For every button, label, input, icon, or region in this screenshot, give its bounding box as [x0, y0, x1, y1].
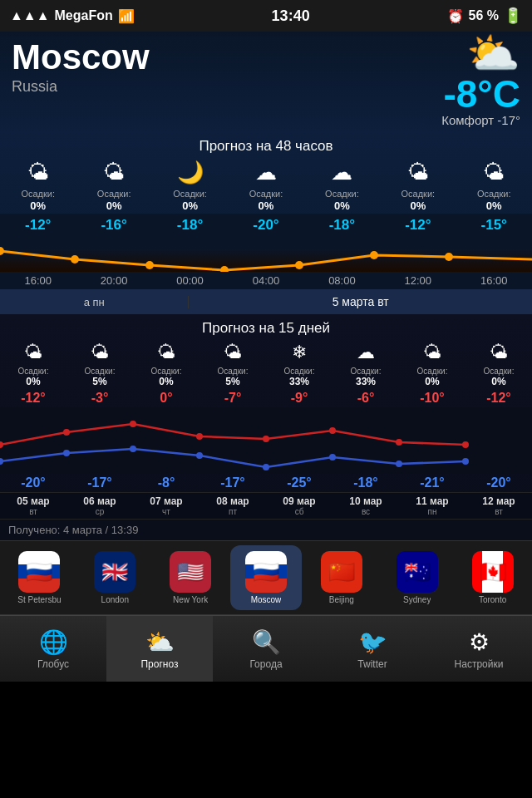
day-weather-icon: 🌤 [91, 342, 109, 362]
hour-weather-icon: ☁ [331, 160, 352, 185]
temp-chart-48: -12°-16°-18°-20°-18°-12°-15° [0, 214, 532, 272]
date-num: 09 мар [266, 495, 332, 507]
nav-item-twitter[interactable]: 🐦 Twitter [319, 616, 426, 682]
hour-precip-cell: Осадки: 0% [304, 187, 380, 214]
day-high-temp: -12° [486, 391, 511, 405]
date-day: вт [0, 507, 66, 516]
hour-weather-icon: 🌤 [407, 160, 429, 185]
date-day: пн [399, 507, 466, 516]
temp-label-48: -12° [0, 217, 76, 234]
day-high-temp: -3° [91, 391, 109, 405]
precip-label: Осадки: [0, 189, 76, 200]
hour-precip-cell: Осадки: 0% [456, 187, 532, 214]
status-left: ▲▲▲ MegaFon 📶 [10, 8, 135, 24]
time-cell: 00:00 [152, 272, 228, 289]
date-cell: 05 мар вт [0, 493, 66, 519]
city-tab-label: Beijing [329, 595, 354, 604]
nav-label: Глобус [37, 658, 69, 670]
day-precip-label: Осадки: [200, 367, 265, 376]
hour-precip-cell: Осадки: 0% [380, 187, 456, 214]
hour-weather-icon: 🌤 [27, 160, 49, 185]
nav-item-глобус[interactable]: 🌐 Глобус [0, 616, 106, 682]
city-tab-st-petersbu[interactable]: 🇷🇺 St Petersbu [3, 545, 76, 610]
city-tab-toronto[interactable]: 🇨🇦 Toronto [456, 545, 529, 610]
hour-weather-icon: 🌙 [177, 160, 204, 185]
day-low-temp: -25° [287, 475, 312, 490]
day-precip-cell: Осадки: 33% [332, 365, 399, 389]
day-precip-label: Осадки: [333, 367, 398, 376]
city-tab-new-york[interactable]: 🇺🇸 New York [155, 545, 227, 610]
temp-label-48: -12° [380, 217, 456, 234]
precip-val: 0% [380, 200, 456, 212]
day-low-cell: -17° [200, 474, 266, 492]
nav-item-настройки[interactable]: ⚙ Настройки [426, 616, 532, 682]
day-icon-cell: ❄ [266, 340, 332, 365]
svg-point-4 [295, 261, 303, 269]
precip-label: Осадки: [152, 189, 228, 200]
current-temperature: -8°C [441, 75, 520, 113]
svg-point-11 [263, 436, 269, 442]
date-cell: 10 мар вс [332, 493, 399, 519]
day-high-cell: -7° [200, 389, 266, 407]
bottom-nav: 🌐 Глобус⛅ Прогноз🔍 Города🐦 Twitter⚙ Наст… [0, 615, 532, 682]
status-bar: ▲▲▲ MegaFon 📶 13:40 ⏰ 56 % 🔋 [0, 0, 532, 32]
date-cell: 12 мар вт [466, 493, 532, 519]
temp-label-48: -18° [152, 217, 228, 234]
nav-item-города[interactable]: 🔍 Города [213, 616, 319, 682]
hour-precip-cell: Осадки: 0% [0, 187, 76, 214]
svg-point-18 [196, 452, 203, 459]
hour-weather-icon: ☁ [255, 160, 277, 185]
header-right: ⛅ -8°C Комфорт -17° [441, 40, 520, 127]
date-num: 06 мар [66, 495, 133, 507]
svg-point-14 [462, 441, 469, 448]
day-low-temp: -20° [486, 475, 511, 490]
day-low-cell: -17° [66, 474, 133, 492]
day-precip-cell: Осадки: 0% [399, 365, 466, 389]
day-high-cell: -10° [399, 389, 466, 407]
city-flag: 🇷🇺 [18, 551, 60, 593]
status-right: ⏰ 56 % 🔋 [447, 7, 522, 25]
hour-icon-cell: ☁ [228, 158, 303, 187]
city-tab-label: New York [173, 595, 208, 604]
day-low-temp: -17° [87, 475, 112, 490]
hour-weather-icon: 🌤 [483, 160, 505, 185]
precip-label: Осадки: [380, 189, 456, 200]
15day-chart [0, 407, 532, 474]
svg-point-20 [329, 454, 336, 461]
day-high-cell: -6° [332, 389, 399, 407]
nav-item-прогноз[interactable]: ⛅ Прогноз [106, 616, 213, 682]
hour-icon-cell: 🌤 [76, 158, 151, 187]
hour-precip-cell: Осадки: 0% [152, 187, 228, 214]
day-precip-val: 0% [1, 376, 66, 387]
date-num: 11 мар [399, 495, 466, 507]
svg-point-1 [71, 255, 79, 264]
time-cell: 20:00 [76, 272, 151, 289]
day-high-cell: -12° [0, 389, 66, 407]
temp-label-48: -15° [456, 217, 532, 234]
hours-icons-row: 🌤🌤🌙☁☁🌤🌤 [0, 158, 532, 187]
city-tab-beijing[interactable]: 🇨🇳 Beijing [305, 545, 377, 610]
hour-icon-cell: 🌙 [152, 158, 228, 187]
date-num: 10 мар [332, 495, 399, 507]
forecast-48-section: Прогноз на 48 часов 🌤🌤🌙☁☁🌤🌤 Осадки: 0%Ос… [0, 132, 532, 289]
country-name: Russia [12, 78, 150, 96]
temp-labels-48: -12°-16°-18°-20°-18°-12°-15° [0, 217, 532, 234]
day-precip-val: 0% [134, 376, 199, 387]
day-divider-left: а пн [0, 296, 189, 308]
date-day: сб [266, 507, 332, 516]
city-tab-moscow[interactable]: 🇷🇺 Moscow [230, 545, 303, 610]
nav-icon: 🔍 [252, 628, 281, 656]
svg-point-3 [220, 266, 229, 272]
city-flag: 🇨🇦 [472, 551, 514, 593]
forecast-15-section: Прогноз на 15 дней 🌤🌤🌤🌤❄☁🌤🌤 Осадки: 0%Ос… [0, 314, 532, 519]
day-high-temp: -12° [21, 391, 46, 405]
day-precip-label: Осадки: [134, 367, 199, 376]
nav-label: Города [249, 658, 282, 670]
city-tab-sydney[interactable]: 🇦🇺 Sydney [381, 545, 453, 610]
day-divider-right: 5 марта вт [189, 295, 532, 308]
precip-val: 0% [152, 200, 228, 212]
day-low-temp: -20° [21, 475, 46, 490]
forecast-48-title: Прогноз на 48 часов [0, 132, 532, 158]
day-icon-cell: 🌤 [466, 340, 532, 365]
city-tab-london[interactable]: 🇬🇧 London [79, 545, 151, 610]
